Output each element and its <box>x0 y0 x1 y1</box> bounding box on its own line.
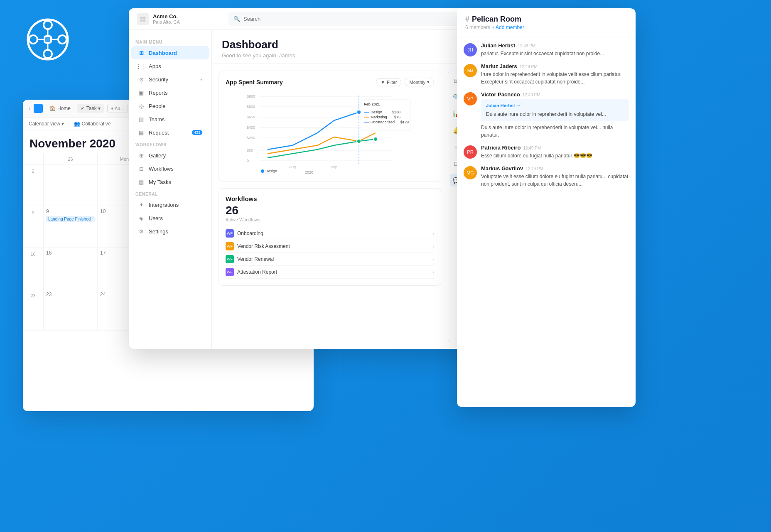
channel-members: 6 members + Add member <box>465 25 627 30</box>
workflow-item-onboarding[interactable]: WF Onboarding › <box>226 227 434 240</box>
attestation-icon: WF <box>226 268 234 276</box>
svg-text:$50: $50 <box>247 148 253 152</box>
integrations-icon: ✦ <box>138 201 145 208</box>
markus-msg-avatar: MG <box>464 166 477 179</box>
mariuz-msg-avatar: MJ <box>464 64 477 77</box>
message-panel-header: # Pelican Room 6 members + Add member <box>457 8 636 37</box>
add-member-button[interactable]: + Add member <box>491 25 524 30</box>
workflow-item-vendor-renewal[interactable]: WF Vendor Renewal › <box>226 253 434 266</box>
calendar-home-tab[interactable]: 🏠 Home <box>46 104 74 113</box>
julian-meta: Julian Herbst 12:49 PM <box>481 42 629 49</box>
search-icon: 🔍 <box>233 16 240 22</box>
mariuz-time: 12:49 PM <box>520 64 538 69</box>
workflows-subtitle: Active Workflows <box>226 217 434 222</box>
svg-point-2 <box>44 50 52 58</box>
calendar-task-tab[interactable]: ✓ Task ▾ <box>77 104 104 113</box>
chevron-down-icon: ▾ <box>427 79 430 85</box>
monthly-button[interactable]: Monthly ▾ <box>405 78 434 86</box>
chart-svg: $950 $800 $650 $400 $250 $50 0 <box>226 91 434 174</box>
mariuz-text: Irure dolor in reprehenderit in voluptat… <box>481 71 629 86</box>
security-arrow-icon: ▾ <box>200 77 202 82</box>
sidebar-item-people[interactable]: ◎ People <box>131 99 209 113</box>
dashboard-icon: ⊞ <box>138 49 145 56</box>
sidebar-security-label: Security <box>149 76 168 83</box>
calendar-add-button[interactable]: + Ad... <box>107 104 128 113</box>
cal-cell-23: 23 <box>44 289 98 331</box>
sidebar-item-gallery[interactable]: ⊞ Gallery <box>131 149 209 162</box>
workflow-arrow-icon: › <box>433 231 434 236</box>
svg-text:$230: $230 <box>392 110 400 114</box>
sidebar-item-integrations[interactable]: ✦ Intergrations <box>131 198 209 211</box>
svg-text:$950: $950 <box>247 94 255 98</box>
workflow-item-vendor-risk[interactable]: WF Vendor Risk Assesment › <box>226 240 434 253</box>
patricia-meta: Patricia Ribeiro 12:49 PM <box>481 145 629 151</box>
security-icon: ⊙ <box>138 76 145 83</box>
sidebar-item-my-tasks[interactable]: ▦ My Tasks <box>131 175 209 189</box>
company-icon <box>137 13 149 25</box>
svg-rect-5 <box>44 36 51 43</box>
markus-time: 12:49 PM <box>525 167 543 171</box>
julian-sender: Julian Herbst <box>481 42 515 49</box>
company-details: Acme Co. Palo Alto, CA <box>153 13 180 25</box>
chart-controls: ▼ Filter Monthly ▾ <box>376 78 434 86</box>
sidebar-item-users[interactable]: ◈ Users <box>131 211 209 225</box>
sidebar-item-request[interactable]: ▤ Request 433 <box>131 126 209 139</box>
julian-avatar: JH <box>464 43 477 56</box>
sidebar-workflows-label: Workflows <box>149 166 174 172</box>
mariuz-message-body: Mariuz Jaders 12:49 PM Irure dolor in re… <box>481 63 629 86</box>
reports-icon: ▣ <box>138 89 145 96</box>
victor-message-body: Victor Pacheco 12:49 PM Julian Herbst → … <box>481 91 629 139</box>
sidebar-item-apps[interactable]: ⋮⋮ Apps <box>131 59 209 73</box>
calendar-collab-label[interactable]: 👥 Collaborative <box>74 121 111 127</box>
sidebar-item-reports[interactable]: ▣ Reports <box>131 86 209 99</box>
svg-text:2020: 2020 <box>305 170 313 174</box>
svg-text:Design: Design <box>265 169 277 173</box>
channel-name: # Pelican Room <box>465 15 627 24</box>
cal-row-23: 23 <box>23 289 44 331</box>
gallery-icon: ⊞ <box>138 152 145 159</box>
apps-icon: ⋮⋮ <box>138 63 145 69</box>
sidebar-apps-label: Apps <box>149 63 161 69</box>
workflow-attestation-label: Attestation Report <box>237 269 277 275</box>
request-icon: ▤ <box>138 129 145 136</box>
svg-text:$400: $400 <box>247 125 255 130</box>
calendar-app-icon <box>34 104 43 113</box>
general-label: GENERAL <box>129 189 211 198</box>
workflow-vendor-arrow-icon: › <box>433 244 434 249</box>
workflow-attestation-arrow-icon: › <box>433 270 434 275</box>
sidebar: MAIN MENU ⊞ Dashboard ⋮⋮ Apps ⊙ Security… <box>129 30 212 349</box>
sidebar-item-settings[interactable]: ⚙ Settings <box>131 225 209 238</box>
home-icon: 🏠 <box>49 105 56 111</box>
workflow-vendor-risk-label: Vendor Risk Assesment <box>237 243 290 249</box>
julian-message-body: Julian Herbst 12:49 PM pariatur. Excepte… <box>481 42 629 57</box>
sidebar-item-security[interactable]: ⊙ Security ▾ <box>131 73 209 86</box>
chart-area: $950 $800 $650 $400 $250 $50 0 <box>226 91 434 174</box>
sidebar-item-workflows[interactable]: ⊟ Workflows <box>131 162 209 175</box>
julian-time: 12:49 PM <box>518 44 535 48</box>
main-menu-label: MAIN MENU <box>129 37 211 46</box>
svg-point-34 <box>357 139 361 143</box>
event-landing-page[interactable]: Landing Page Finished <box>46 216 95 222</box>
sidebar-item-dashboard[interactable]: ⊞ Dashboard <box>131 46 209 59</box>
calendar-view-selector[interactable]: Calendar view ▾ <box>29 121 64 127</box>
sidebar-item-teams[interactable]: ▥ Teams <box>131 113 209 126</box>
cal-header-26: 26 <box>44 154 98 164</box>
filter-button[interactable]: ▼ Filter <box>376 78 401 86</box>
workflow-item-attestation[interactable]: WF Attestation Report › <box>226 266 434 279</box>
calendar-back-button[interactable]: ‹ <box>29 105 30 111</box>
svg-text:Uncategorized: Uncategorized <box>371 120 395 124</box>
check-icon: ✓ <box>81 105 85 111</box>
cal-row-9: 9 <box>23 206 44 248</box>
svg-point-32 <box>357 110 361 114</box>
patricia-text: Esse cillum dolore eu fugiat nulla paria… <box>481 152 629 159</box>
dashboard-title: Dashboard <box>222 38 295 51</box>
dash-title-area: Dashboard Good to see you again, James <box>222 38 295 59</box>
dash-left-panel: App Spent Summary ▼ Filter Monthly ▾ <box>219 71 441 342</box>
svg-point-35 <box>373 137 378 141</box>
svg-text:$650: $650 <box>247 115 255 119</box>
users-icon: ◈ <box>138 215 145 221</box>
sidebar-people-label: People <box>149 103 165 109</box>
svg-rect-13 <box>143 20 145 22</box>
message-list: JH Julian Herbst 12:49 PM pariatur. Exce… <box>457 37 636 407</box>
svg-rect-10 <box>140 17 142 19</box>
